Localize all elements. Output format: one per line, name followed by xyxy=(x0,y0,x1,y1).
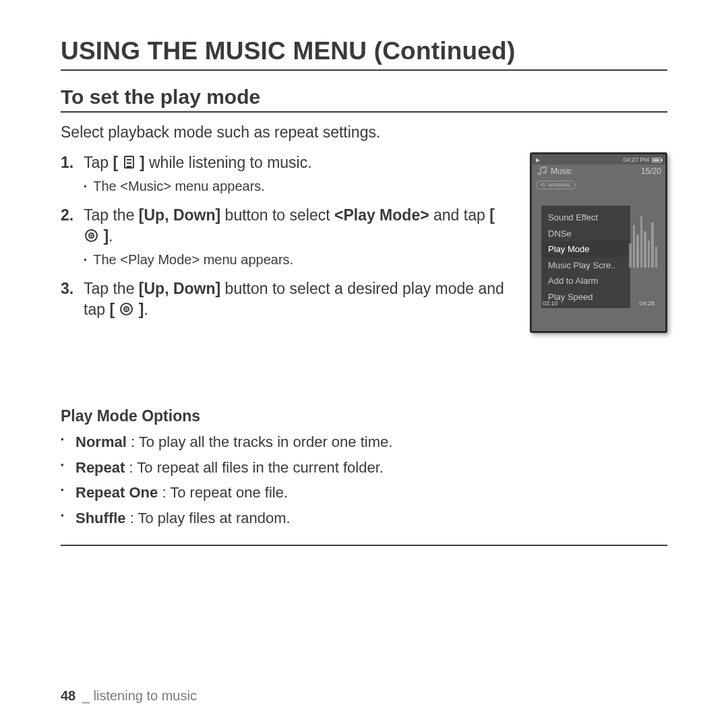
repeat-icon: ⟲ xyxy=(541,182,545,188)
step-text: while listening to music. xyxy=(145,154,312,171)
option-name: Normal xyxy=(75,433,127,450)
device-title-row: Music 15/20 xyxy=(532,164,665,179)
device-app-title: Music xyxy=(551,166,572,176)
step-1: Tap [ ] while listening to music. The <M… xyxy=(61,152,514,195)
option-desc: : To repeat one file. xyxy=(158,484,288,501)
step-text: Tap the xyxy=(84,280,139,297)
step-text: and tap xyxy=(429,206,490,224)
step-text: Tap the xyxy=(84,206,139,224)
step-3: Tap the [Up, Down] button to select a de… xyxy=(61,278,514,320)
option-name: Shuffle xyxy=(75,510,126,526)
option-desc: : To play files at random. xyxy=(126,510,291,526)
device-screenshot: ▶ 04:27 PM Music 15/20 ⟲ NORMAL Sound Ef… xyxy=(530,152,667,333)
menu-icon xyxy=(124,156,134,169)
option-desc: : To repeat all files in the current fol… xyxy=(125,459,384,476)
step-2: Tap the [Up, Down] button to select <Pla… xyxy=(61,205,514,269)
step-bold: <Play Mode> xyxy=(334,206,429,224)
step-text: . xyxy=(144,301,148,318)
option-item: Shuffle : To play files at random. xyxy=(61,508,667,528)
page-title: USING THE MUSIC MENU (Continued) xyxy=(61,37,667,71)
footer-label: listening to music xyxy=(94,688,197,703)
intro-text: Select playback mode such as repeat sett… xyxy=(61,123,667,142)
options-list: Normal : To play all the tracks in order… xyxy=(61,432,667,546)
select-icon xyxy=(120,303,133,315)
options-title: Play Mode Options xyxy=(61,407,667,425)
device-badge-text: NORMAL xyxy=(548,182,571,188)
step-text: button to select xyxy=(220,206,334,224)
device-mode-badge: ⟲ NORMAL xyxy=(536,181,576,189)
option-name: Repeat xyxy=(75,459,125,476)
device-menu-item: Play Mode xyxy=(541,241,630,257)
section-title: To set the play mode xyxy=(61,86,667,113)
equalizer-icon xyxy=(629,207,657,268)
step-bold: [Up, Down] xyxy=(139,280,220,297)
option-desc: : To play all the tracks in order one ti… xyxy=(127,433,393,450)
step-text: . xyxy=(109,227,113,245)
steps-list: Tap [ ] while listening to music. The <M… xyxy=(61,152,514,320)
music-note-icon xyxy=(536,166,548,177)
device-clock: 04:27 PM xyxy=(623,156,649,163)
option-item: Normal : To play all the tracks in order… xyxy=(61,432,667,452)
step-bold: [Up, Down] xyxy=(139,206,220,224)
step-sub: The <Play Mode> menu appears. xyxy=(84,251,514,269)
footer-sep: _ xyxy=(78,688,93,703)
page-number: 48 xyxy=(61,688,75,703)
device-time-row: 02:10 04:28 xyxy=(543,300,655,307)
option-item: Repeat : To repeat all files in the curr… xyxy=(61,458,667,478)
device-menu-item: DNSe xyxy=(541,226,630,242)
option-name: Repeat One xyxy=(75,484,158,501)
option-item: Repeat One : To repeat one file. xyxy=(61,483,667,503)
device-time-total: 04:28 xyxy=(639,300,655,307)
device-status-bar: ▶ 04:27 PM xyxy=(532,154,665,164)
device-track-count: 15/20 xyxy=(641,166,661,176)
device-body: Sound EffectDNSePlay ModeMusic Play Scre… xyxy=(537,195,660,308)
device-menu-item: Sound Effect xyxy=(541,210,630,226)
step-text: Tap xyxy=(84,154,113,171)
select-icon xyxy=(85,229,98,242)
play-indicator-icon: ▶ xyxy=(536,157,540,163)
device-menu-item: Add to Alarm xyxy=(541,273,630,289)
page-footer: 48 _ listening to music xyxy=(61,688,197,704)
step-sub: The <Music> menu appears. xyxy=(84,177,514,195)
battery-icon xyxy=(652,158,661,162)
device-menu-item: Music Play Scre.. xyxy=(541,257,630,274)
device-time-elapsed: 02:10 xyxy=(543,300,558,307)
device-menu-list: Sound EffectDNSePlay ModeMusic Play Scre… xyxy=(541,206,630,308)
